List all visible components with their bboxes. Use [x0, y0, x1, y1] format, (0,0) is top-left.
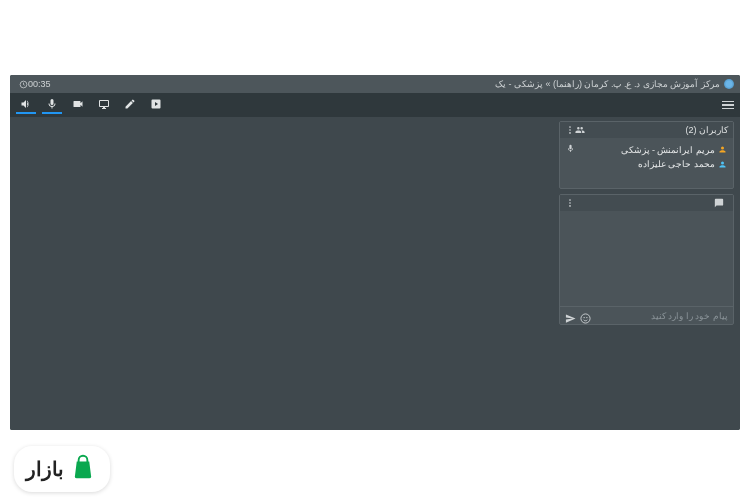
- chat-input[interactable]: [595, 311, 728, 321]
- chat-icon: [714, 198, 724, 208]
- chat-input-bar: [560, 306, 733, 324]
- store-badge[interactable]: بازار: [14, 446, 110, 492]
- svg-point-5: [569, 202, 571, 204]
- bazaar-bag-icon: [68, 452, 98, 486]
- user-row[interactable]: مریم ایرانمنش - پزشکی: [566, 142, 727, 157]
- users-panel-menu[interactable]: [565, 125, 575, 135]
- draw-button[interactable]: [120, 96, 140, 114]
- person-icon: [718, 145, 727, 154]
- users-icon: [575, 125, 585, 135]
- users-list: مریم ایرانمنش - پزشکی محمد حاجی علیزاده: [560, 138, 733, 188]
- emoji-button[interactable]: [580, 310, 591, 321]
- svg-point-9: [586, 317, 587, 318]
- users-panel-title: کاربران (2): [685, 125, 728, 135]
- session-timer: 00:35: [28, 79, 51, 89]
- speaker-button[interactable]: [16, 96, 36, 114]
- svg-point-7: [581, 314, 590, 323]
- title-bar: مرکز آموزش مجازی د. ع. پ. کرمان (راهنما)…: [10, 75, 740, 93]
- menu-button[interactable]: [722, 101, 734, 110]
- mic-icon: [566, 144, 575, 155]
- svg-point-2: [569, 129, 571, 131]
- toolbar: [10, 93, 740, 117]
- chat-panel-header: [560, 195, 733, 211]
- svg-point-3: [569, 132, 571, 134]
- microphone-button[interactable]: [42, 96, 62, 114]
- user-name: مریم ایرانمنش - پزشکی: [621, 145, 716, 155]
- main-stage: کاربران (2) مر: [10, 117, 740, 430]
- users-panel-header: کاربران (2): [560, 122, 733, 138]
- person-icon: [718, 160, 727, 169]
- screen-share-button[interactable]: [94, 96, 114, 114]
- svg-point-6: [569, 205, 571, 207]
- svg-point-1: [569, 126, 571, 128]
- breadcrumb: مرکز آموزش مجازی د. ع. پ. کرمان (راهنما)…: [495, 79, 720, 89]
- chat-panel: [559, 194, 734, 325]
- present-button[interactable]: [146, 96, 166, 114]
- app-logo-dot: [724, 79, 734, 89]
- user-row[interactable]: محمد حاجی علیزاده: [566, 157, 727, 171]
- svg-point-8: [583, 317, 584, 318]
- camera-button[interactable]: [68, 96, 88, 114]
- clock-icon: [19, 80, 28, 89]
- send-button[interactable]: [565, 310, 576, 321]
- bazaar-text: بازار: [26, 457, 64, 481]
- chat-messages: [560, 211, 733, 306]
- svg-point-4: [569, 199, 571, 201]
- users-panel: کاربران (2) مر: [559, 121, 734, 189]
- user-name: محمد حاجی علیزاده: [638, 159, 715, 169]
- chat-panel-menu[interactable]: [565, 198, 575, 208]
